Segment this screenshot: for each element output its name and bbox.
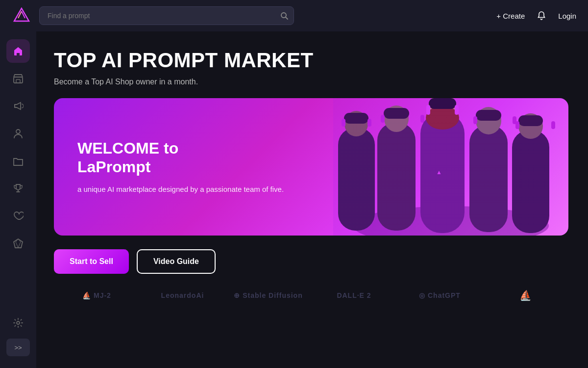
- page-title: TOP AI PROMPT MARKET: [54, 49, 568, 72]
- svg-rect-6: [16, 79, 20, 83]
- svg-marker-8: [14, 239, 23, 248]
- search-button[interactable]: [280, 12, 288, 20]
- sidebar: >>: [0, 31, 36, 368]
- hero-text: WELCOME to LaPrompt a unique AI marketpl…: [77, 139, 284, 195]
- svg-marker-0: [14, 8, 29, 21]
- top-navigation: + Create Login: [0, 0, 588, 31]
- svg-point-10: [17, 321, 20, 324]
- cta-row: Start to Sell Video Guide: [54, 249, 568, 274]
- sidebar-item-settings[interactable]: [6, 311, 30, 335]
- notifications-button[interactable]: [537, 11, 546, 21]
- page-subtitle: Become a Top AI Shop owner in a month.: [54, 78, 568, 86]
- sidebar-item-heart[interactable]: [6, 204, 30, 228]
- sidebar-item-home[interactable]: [6, 39, 30, 63]
- svg-rect-5: [14, 77, 23, 83]
- sidebar-item-trophy[interactable]: [6, 177, 30, 200]
- sidebar-item-gem[interactable]: [6, 232, 30, 255]
- brand-stable-diffusion: ⊕ Stable Diffusion: [225, 291, 311, 299]
- main-content: TOP AI PROMPT MARKET Become a Top AI Sho…: [36, 31, 588, 368]
- svg-line-4: [286, 17, 288, 19]
- svg-point-7: [16, 130, 20, 133]
- hero-illustration: ▲: [321, 98, 568, 236]
- svg-rect-39: [333, 98, 568, 236]
- sidebar-item-megaphone[interactable]: [6, 94, 30, 118]
- start-to-sell-button[interactable]: Start to Sell: [54, 249, 129, 274]
- hero-description: a unique AI marketplace designed by a pa…: [77, 184, 284, 195]
- login-button[interactable]: Login: [558, 12, 576, 20]
- brand-chatgpt: ◎ ChatGPT: [397, 291, 483, 299]
- brand-leonardo: LeonardoAi: [140, 291, 225, 299]
- search-input[interactable]: [39, 6, 294, 25]
- video-guide-button[interactable]: Video Guide: [137, 249, 216, 274]
- create-button[interactable]: + Create: [496, 12, 525, 20]
- search-bar: [39, 6, 294, 25]
- sidebar-item-user[interactable]: [6, 122, 30, 145]
- hero-banner: WELCOME to LaPrompt a unique AI marketpl…: [54, 98, 568, 236]
- sidebar-item-folder[interactable]: [6, 149, 30, 173]
- nav-actions: + Create Login: [496, 11, 576, 21]
- main-layout: >> TOP AI PROMPT MARKET Become a Top AI …: [0, 31, 588, 368]
- brand-other: ⛵: [483, 289, 568, 301]
- brand-dalle: DALL·E 2: [311, 291, 397, 299]
- logo[interactable]: [12, 6, 31, 26]
- brands-strip: ⛵ MJ-2 LeonardoAi ⊕ Stable Diffusion DAL…: [54, 289, 568, 301]
- brand-midjourney: ⛵ MJ-2: [54, 291, 140, 299]
- page-nav-button[interactable]: >>: [6, 339, 30, 356]
- hero-title: WELCOME to LaPrompt: [77, 139, 284, 177]
- sidebar-item-store[interactable]: [6, 67, 30, 90]
